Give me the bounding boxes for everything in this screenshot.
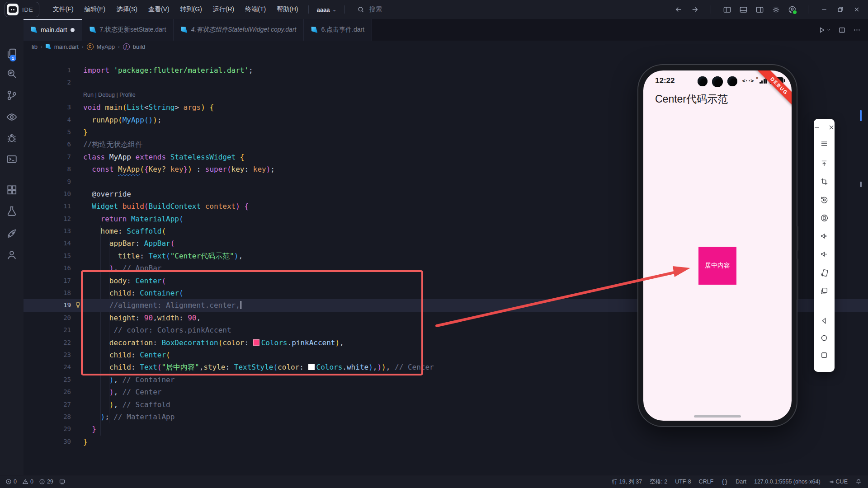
menu-item-1[interactable]: 编辑(E) — [79, 4, 111, 15]
split-editor-icon[interactable] — [838, 26, 846, 34]
nav-back-icon[interactable] — [819, 316, 829, 326]
home-indicator[interactable] — [694, 415, 741, 418]
breadcrumb-item[interactable]: lib — [32, 43, 38, 50]
tab-3[interactable]: 6.点击事件.dart — [304, 19, 372, 41]
accounts-person-icon[interactable] — [6, 249, 18, 261]
close-icon[interactable] — [826, 122, 836, 132]
layout-panel-bottom-icon[interactable] — [738, 5, 748, 14]
menu-item-0[interactable]: 文件(F) — [47, 4, 79, 15]
line-number[interactable]: 15 — [24, 250, 71, 262]
rotate-ccw-icon[interactable] — [819, 195, 829, 205]
language-status[interactable]: {} — [721, 479, 728, 485]
color-swatch[interactable] — [253, 339, 259, 346]
eol-sequence[interactable]: CRLF — [699, 479, 714, 485]
line-number[interactable]: 8 — [24, 163, 71, 175]
breadcrumb-item[interactable]: main.dart — [54, 43, 79, 50]
files-copy-icon[interactable]: 1 — [6, 47, 18, 59]
menu-item-6[interactable]: 终端(T) — [240, 4, 271, 15]
language-mode[interactable]: Dart — [736, 479, 746, 485]
color-swatch[interactable] — [308, 364, 315, 370]
volume-up-icon[interactable] — [819, 231, 829, 241]
cue-assistant[interactable]: CUE — [828, 479, 848, 485]
crop-icon[interactable] — [819, 177, 829, 187]
line-number[interactable]: 19 — [24, 299, 71, 311]
line-number[interactable]: 18 — [24, 287, 71, 299]
line-number[interactable]: 14 — [24, 237, 71, 249]
extensions-icon[interactable] — [6, 184, 18, 196]
menu-item-3[interactable]: 查看(V) — [143, 4, 175, 15]
testing-beaker-icon[interactable] — [6, 205, 18, 217]
search-sidebar-icon[interactable] — [6, 68, 18, 80]
nav-home-icon[interactable] — [819, 333, 829, 343]
line-number[interactable]: 25 — [24, 374, 71, 386]
line-number[interactable]: 2 — [24, 76, 71, 89]
tab-2[interactable]: 4.有状态组件StatefulWidget copy.dart — [174, 19, 304, 41]
line-number[interactable]: 27 — [24, 399, 71, 411]
target-device[interactable]: 127.0.0.1:5555 (ohos-x64) — [754, 479, 821, 485]
line-number[interactable]: 7 — [24, 151, 71, 163]
line-number[interactable]: 22 — [24, 337, 71, 349]
keyboard-icon[interactable] — [59, 479, 66, 485]
menu-item-7[interactable]: 帮助(H) — [271, 4, 303, 15]
tab-0[interactable]: main.dart — [24, 19, 82, 41]
terminal-monitor-icon[interactable] — [6, 154, 18, 165]
screenshot-icon[interactable] — [819, 286, 829, 296]
lightbulb-icon[interactable] — [74, 301, 82, 309]
phone-screen[interactable]: 12:22 <··> × 100 DEBUG Center代码示范 居中内容 — [643, 70, 792, 421]
centered-container[interactable]: 居中内容 — [698, 247, 736, 285]
line-number[interactable]: 4 — [24, 114, 71, 126]
layout-sidebar-right-icon[interactable] — [755, 5, 764, 14]
encoding[interactable]: UTF-8 — [675, 479, 691, 485]
problems-errors[interactable]: 0 — [5, 479, 17, 485]
source-control-icon[interactable] — [6, 89, 18, 101]
line-number[interactable]: 30 — [24, 436, 71, 448]
line-number[interactable]: 17 — [24, 275, 71, 287]
project-selector[interactable]: aaaa ⌄ — [313, 5, 340, 14]
menu-item-2[interactable]: 选择(S) — [111, 4, 143, 15]
tab-1[interactable]: 7.状态更新setState.dart — [82, 19, 174, 41]
nav-recents-icon[interactable] — [819, 350, 829, 360]
rocket-icon[interactable] — [6, 228, 18, 239]
line-number[interactable]: 11 — [24, 200, 71, 212]
preview-eye-icon[interactable] — [6, 111, 18, 123]
breadcrumb-item[interactable]: MyApp — [97, 43, 115, 50]
global-search[interactable]: 搜索 — [356, 5, 382, 14]
debug-bug-icon[interactable] — [6, 132, 18, 144]
breadcrumb-item[interactable]: build — [133, 43, 145, 50]
account-icon[interactable] — [787, 5, 797, 14]
minimize-icon[interactable] — [812, 122, 822, 132]
close-icon[interactable] — [852, 5, 862, 14]
line-number[interactable]: 5 — [24, 126, 71, 138]
line-number[interactable]: 23 — [24, 349, 71, 361]
code-line-30[interactable]: 30} — [24, 436, 868, 448]
menu-item-4[interactable]: 转到(G) — [175, 4, 208, 15]
line-number[interactable]: 24 — [24, 361, 71, 373]
indentation[interactable]: 空格: 2 — [650, 478, 667, 486]
line-number[interactable]: 26 — [24, 386, 71, 398]
breadcrumb[interactable]: lib›main.dart›CMyApp›ƒbuild — [24, 41, 868, 52]
line-number[interactable]: 1 — [24, 64, 71, 76]
line-number[interactable]: 16 — [24, 262, 71, 274]
minimize-icon[interactable] — [819, 5, 829, 14]
volume-down-icon[interactable] — [819, 249, 829, 259]
settings-gear-icon[interactable] — [771, 5, 781, 14]
line-number[interactable]: 13 — [24, 225, 71, 237]
screen-rotate-icon[interactable] — [819, 213, 829, 223]
forward-arrow-icon[interactable] — [690, 5, 700, 14]
menu-item-5[interactable]: 运行(R) — [208, 4, 240, 15]
line-number[interactable]: 10 — [24, 188, 71, 200]
problems-infos[interactable]: 29 — [39, 479, 53, 485]
problems-warnings[interactable]: 0 — [22, 479, 33, 485]
line-number[interactable]: 20 — [24, 312, 71, 324]
notifications-bell-icon[interactable] — [855, 479, 862, 485]
device-rotate-icon[interactable] — [819, 268, 829, 278]
line-number[interactable]: 29 — [24, 423, 71, 435]
scroll-top-icon[interactable] — [819, 159, 829, 169]
line-number[interactable]: 9 — [24, 176, 71, 188]
line-number[interactable]: 21 — [24, 324, 71, 336]
cursor-position[interactable]: 行 19, 列 37 — [612, 478, 642, 486]
restore-icon[interactable] — [835, 5, 845, 14]
back-arrow-icon[interactable] — [674, 5, 684, 14]
line-number[interactable]: 12 — [24, 213, 71, 225]
more-actions-icon[interactable] — [853, 26, 861, 34]
